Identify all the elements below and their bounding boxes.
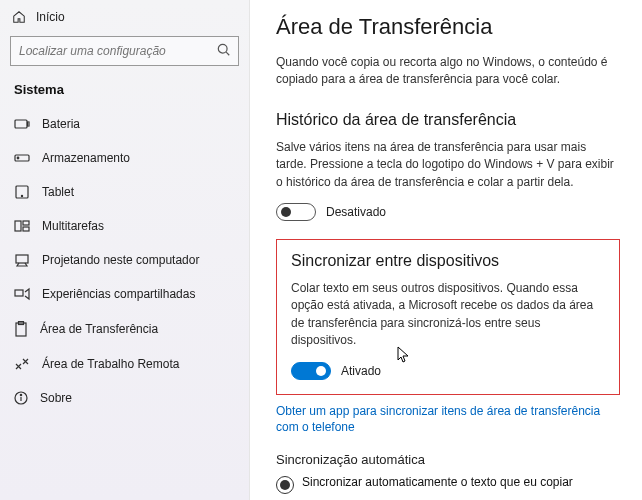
sync-toggle[interactable] [291, 362, 331, 380]
sidebar-item-about[interactable]: Sobre [0, 381, 249, 415]
autosync-subheading: Sincronização automática [276, 452, 620, 467]
sync-heading: Sincronizar entre dispositivos [291, 252, 605, 270]
svg-line-1 [226, 52, 229, 55]
sidebar-item-label: Tablet [42, 185, 74, 199]
autosync-radio[interactable] [276, 476, 294, 494]
sidebar-item-label: Armazenamento [42, 151, 130, 165]
svg-rect-11 [16, 255, 28, 263]
storage-icon [14, 152, 30, 164]
sidebar-item-storage[interactable]: Armazenamento [0, 141, 249, 175]
sidebar-item-label: Sobre [40, 391, 72, 405]
sidebar-item-label: Multitarefas [42, 219, 104, 233]
shared-icon [14, 287, 30, 301]
battery-icon [14, 118, 30, 130]
svg-point-17 [20, 394, 21, 395]
section-label: Sistema [0, 76, 249, 107]
svg-point-7 [21, 195, 22, 196]
svg-point-0 [218, 44, 227, 53]
sidebar-item-projecting[interactable]: Projetando neste computador [0, 243, 249, 277]
search-input[interactable] [10, 36, 239, 66]
about-icon [14, 391, 28, 405]
svg-rect-8 [15, 221, 21, 231]
home-icon [12, 10, 26, 24]
history-toggle[interactable] [276, 203, 316, 221]
intro-text: Quando você copia ou recorta algo no Win… [276, 54, 620, 89]
clipboard-icon [14, 321, 28, 337]
sidebar-item-shared-exp[interactable]: Experiências compartilhadas [0, 277, 249, 311]
tablet-icon [14, 185, 30, 199]
remote-icon [14, 357, 30, 371]
svg-rect-9 [23, 221, 29, 225]
main-content: Área de Transferência Quando você copia … [250, 0, 642, 500]
history-heading: Histórico da área de transferência [276, 111, 620, 129]
projecting-icon [14, 253, 30, 267]
svg-rect-2 [15, 120, 27, 128]
page-title: Área de Transferência [276, 14, 620, 40]
history-toggle-label: Desativado [326, 205, 386, 219]
sync-highlight-box: Sincronizar entre dispositivos Colar tex… [276, 239, 620, 395]
sidebar-item-label: Projetando neste computador [42, 253, 199, 267]
sidebar-item-label: Área de Transferência [40, 322, 158, 336]
svg-point-5 [17, 157, 19, 159]
sidebar-item-multitask[interactable]: Multitarefas [0, 209, 249, 243]
home-link[interactable]: Início [0, 4, 249, 30]
sync-text: Colar texto em seus outros dispositivos.… [291, 280, 605, 350]
sidebar-item-label: Área de Trabalho Remota [42, 357, 179, 371]
sidebar-item-label: Experiências compartilhadas [42, 287, 195, 301]
home-label: Início [36, 10, 65, 24]
svg-rect-12 [15, 290, 23, 296]
sidebar-item-label: Bateria [42, 117, 80, 131]
svg-rect-3 [28, 122, 30, 126]
autosync-radio-label: Sincronizar automaticamente o texto que … [302, 475, 573, 489]
sidebar-item-clipboard[interactable]: Área de Transferência [0, 311, 249, 347]
sidebar: Início Sistema Bateria Armazenamento Tab… [0, 0, 250, 500]
sync-toggle-label: Ativado [341, 364, 381, 378]
sidebar-item-remote-desktop[interactable]: Área de Trabalho Remota [0, 347, 249, 381]
sidebar-item-battery[interactable]: Bateria [0, 107, 249, 141]
sidebar-item-tablet[interactable]: Tablet [0, 175, 249, 209]
get-app-link[interactable]: Obter um app para sincronizar itens de á… [276, 403, 620, 437]
history-text: Salve vários itens na área de transferên… [276, 139, 620, 191]
multitask-icon [14, 219, 30, 233]
svg-rect-10 [23, 227, 29, 231]
search-icon [217, 43, 231, 57]
